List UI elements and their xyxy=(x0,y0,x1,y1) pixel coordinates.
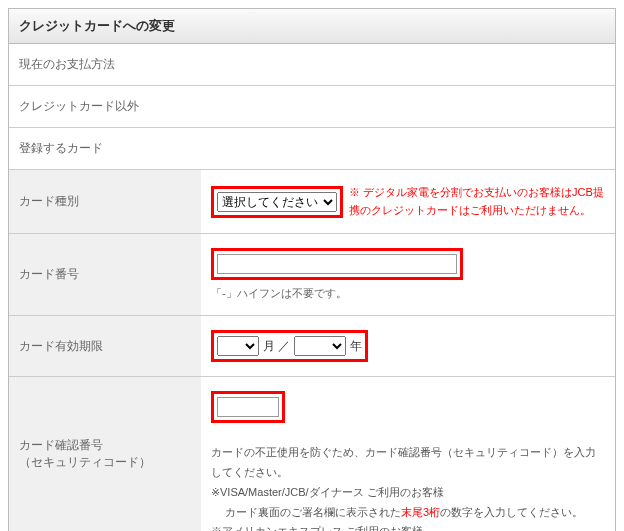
expiry-year-suffix: 年 xyxy=(350,338,362,355)
card-number-label: カード番号 xyxy=(9,234,201,315)
row-card-type: カード種別 選択してください ※ デジタル家電を分割でお支払いのお客様はJCB提… xyxy=(9,170,615,234)
card-number-input[interactable] xyxy=(217,254,457,274)
row-security-code: カード確認番号 （セキュリティコード） カードの不正使用を防ぐため、カード確認番… xyxy=(9,377,615,531)
card-type-warning: ※ デジタル家電を分割でお支払いのお客様はJCB提携のクレジットカードはご利用い… xyxy=(349,184,605,219)
panel-title: クレジットカードへの変更 xyxy=(9,9,615,44)
expiry-year-select[interactable] xyxy=(294,336,346,356)
row-card-number: カード番号 「-」ハイフンは不要です。 xyxy=(9,234,615,316)
highlight-card-number xyxy=(211,248,463,280)
highlight-expiry: 月 ／ 年 xyxy=(211,330,368,362)
highlight-card-type: 選択してください xyxy=(211,186,343,218)
register-card-label: 登録するカード xyxy=(9,128,615,170)
security-desc: カードの不正使用を防ぐため、カード確認番号（セキュリティコード）を入力してくださ… xyxy=(211,443,605,531)
card-type-select[interactable]: 選択してください xyxy=(217,192,337,212)
highlight-security-code xyxy=(211,391,285,423)
current-payment-label: 現在のお支払方法 xyxy=(9,44,615,86)
expiry-month-suffix: 月 ／ xyxy=(263,338,290,355)
security-code-input[interactable] xyxy=(217,397,279,417)
card-number-hint: 「-」ハイフンは不要です。 xyxy=(211,286,605,301)
card-type-label: カード種別 xyxy=(9,170,201,233)
security-code-label: カード確認番号 （セキュリティコード） xyxy=(9,377,201,531)
form-panel: クレジットカードへの変更 現在のお支払方法 クレジットカード以外 登録するカード… xyxy=(8,8,616,531)
current-payment-value: クレジットカード以外 xyxy=(9,86,615,128)
expiry-month-select[interactable] xyxy=(217,336,259,356)
row-expiry: カード有効期限 月 ／ 年 xyxy=(9,316,615,377)
expiry-label: カード有効期限 xyxy=(9,316,201,376)
